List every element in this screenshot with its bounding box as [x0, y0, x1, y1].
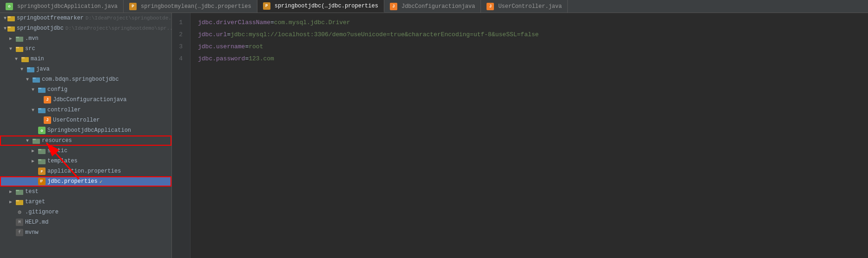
tab-springbootjdbc-active[interactable]: P springbootjdbc(…jdbc.properties — [257, 0, 384, 13]
tree-item-gitignore[interactable]: ⊙ .gitignore — [0, 207, 171, 217]
svg-rect-15 — [38, 88, 41, 89]
svg-rect-7 — [16, 47, 19, 48]
prop-key-2: jdbc.url — [198, 30, 227, 40]
main-arrow — [15, 57, 20, 62]
folder-icon-main — [21, 56, 29, 62]
prop-key-4: jdbc.password — [198, 54, 245, 64]
tab-bar: ✿ springbootjdbcApplication.java P sprin… — [0, 0, 868, 13]
prop-val-3: root — [249, 42, 263, 52]
tree-item-test[interactable]: test — [0, 187, 171, 197]
config-arrow — [32, 87, 37, 92]
tree-item-jdbcconfiguractionjava[interactable]: J JdbcConfiguractionjava — [0, 95, 171, 105]
java-icon-2: J — [487, 3, 494, 10]
svg-rect-17 — [38, 108, 41, 110]
mvn-arrow — [9, 36, 15, 41]
java-icon-1: J — [390, 3, 397, 10]
folder-icon-controller — [38, 107, 46, 113]
src-arrow — [9, 46, 15, 52]
tree-item-jdbc-props[interactable]: jdbc.properties ✓ — [0, 176, 171, 187]
code-line-1: jdbc.driverClassName=com.mysql.jdbc.Driv… — [198, 17, 868, 29]
controller-arrow — [32, 108, 37, 113]
line-num-1: 1 — [172, 17, 186, 29]
tab-springbootjdbcapplication[interactable]: ✿ springbootjdbcApplication.java — [0, 0, 124, 13]
tree-item-mvn[interactable]: .mvn — [0, 33, 171, 44]
folder-icon-config — [38, 86, 46, 93]
tree-item-config[interactable]: config — [0, 84, 171, 95]
tree-item-springbootjdbc[interactable]: springbootjdbc D:\IdeaProject\springboot… — [0, 23, 171, 33]
folder-icon-java — [27, 66, 34, 72]
prop-val-2: jdbc:mysql://localhost:3306/demo?useUnic… — [230, 30, 539, 40]
tab-jdbcconfiguractionjava[interactable]: J JdbcConfiguractionjava — [384, 0, 481, 13]
tree-item-help[interactable]: M HELP.md — [0, 217, 171, 227]
svg-rect-13 — [33, 77, 36, 79]
tree-item-usercontroller[interactable]: J UserController — [0, 115, 171, 125]
editor-content: 1 2 3 4 jdbc.driverClassName=com.mysql.j… — [172, 13, 868, 258]
templates-arrow — [32, 158, 37, 164]
expand-arrow — [4, 16, 7, 21]
expand-arrow-jdbc — [4, 26, 7, 31]
appprops-icon: P — [38, 168, 46, 175]
prop-eq-1: = — [270, 18, 274, 28]
tree-item-resources[interactable]: resources — [0, 135, 171, 146]
main-content: springbootfreemarker D:\IdeaProject\spri… — [0, 13, 868, 258]
com-arrow — [26, 77, 32, 82]
tree-item-mvnw[interactable]: f mvnw — [0, 227, 171, 238]
code-area[interactable]: jdbc.driverClassName=com.mysql.jdbc.Driv… — [191, 13, 868, 258]
svg-rect-31 — [16, 200, 19, 201]
usercontroller-icon: J — [44, 116, 51, 124]
folder-icon-static — [38, 148, 46, 154]
java-file-icon: J — [44, 96, 51, 103]
jdbcprops-icon — [38, 178, 46, 185]
prop-eq-4: = — [245, 54, 249, 64]
svg-rect-1 — [7, 16, 11, 18]
folder-icon-resources — [33, 137, 40, 144]
test-arrow — [9, 189, 15, 194]
tree-item-springbootfreemarker[interactable]: springbootfreemarker D:\IdeaProject\spri… — [0, 13, 171, 23]
folder-icon-test — [16, 188, 23, 195]
tree-item-java[interactable]: java — [0, 64, 171, 74]
prop-key-3: jdbc.username — [198, 42, 245, 52]
tree-item-main[interactable]: main — [0, 54, 171, 64]
folder-icon-templates — [38, 158, 46, 164]
tree-item-templates[interactable]: templates — [0, 156, 171, 166]
svg-rect-19 — [33, 139, 36, 140]
tree-item-src[interactable]: src — [0, 44, 171, 54]
mvnw-icon: f — [16, 229, 23, 236]
svg-rect-29 — [16, 190, 19, 191]
prop-eq-3: = — [245, 42, 249, 52]
props-icon-1: P — [129, 3, 137, 10]
svg-rect-11 — [27, 67, 30, 69]
folder-icon-jdbc — [7, 25, 15, 32]
props-icon-2: P — [263, 2, 270, 10]
gitignore-icon: ⊙ — [16, 208, 23, 216]
target-arrow — [9, 199, 15, 205]
folder-icon-com — [33, 76, 40, 83]
line-num-4: 4 — [172, 53, 186, 65]
springapp-icon: ✿ — [38, 127, 46, 134]
tree-item-static[interactable]: static — [0, 146, 171, 156]
prop-val-1: com.mysql.jdbc.Driver — [274, 18, 350, 28]
tree-item-application-props[interactable]: P application.properties — [0, 166, 171, 176]
code-line-3: jdbc.username=root — [198, 41, 868, 53]
prop-key-1: jdbc.driverClassName — [198, 18, 270, 28]
svg-rect-5 — [16, 37, 19, 38]
java-arrow — [20, 67, 26, 72]
tree-item-target[interactable]: target — [0, 197, 171, 207]
tab-usercontroller[interactable]: J UserController.java — [481, 0, 568, 13]
svg-rect-23 — [38, 159, 41, 161]
folder-icon-mvn — [16, 35, 23, 42]
resources-arrow — [26, 138, 32, 143]
tab-springbootmylean[interactable]: P springbootmylean(…jdbc.properties — [124, 0, 257, 13]
tree-item-com-pkg[interactable]: com.bdqn.springbootjdbc — [0, 74, 171, 84]
project-panel: springbootfreemarker D:\IdeaProject\spri… — [0, 13, 172, 258]
svg-rect-24 — [39, 179, 44, 184]
line-num-2: 2 — [172, 29, 186, 41]
svg-rect-9 — [21, 57, 25, 58]
svg-rect-21 — [38, 149, 41, 150]
spring-icon: ✿ — [6, 3, 13, 10]
tree-item-springbootjdbcapp[interactable]: ✿ SpringbootjdbcApplication — [0, 125, 171, 135]
tree-item-controller[interactable]: controller — [0, 105, 171, 115]
line-num-3: 3 — [172, 41, 186, 53]
line-numbers: 1 2 3 4 — [172, 13, 191, 258]
static-arrow — [32, 148, 37, 154]
